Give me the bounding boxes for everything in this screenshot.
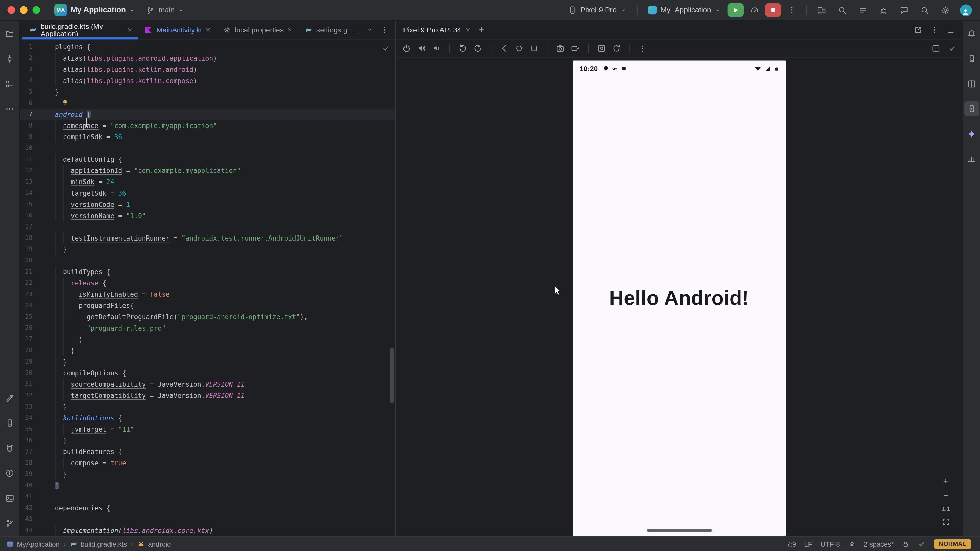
toolwindow-device-explorer-button[interactable]: [964, 51, 979, 66]
code-line-10[interactable]: 10: [20, 142, 395, 154]
device-display-area[interactable]: 10:20 Hello Android! + − 1:1: [396, 58, 963, 536]
code-line-24[interactable]: 24proguardFiles(: [20, 300, 395, 311]
toolwindow-problems-button[interactable]: [2, 465, 18, 480]
volume-down-icon[interactable]: [432, 44, 441, 53]
close-tab-icon[interactable]: ×: [287, 25, 292, 34]
tab-options-icon[interactable]: [380, 25, 389, 34]
inspections-ok-icon[interactable]: [382, 44, 390, 52]
editor-tab[interactable]: local.properties×: [217, 21, 298, 39]
code-line-30[interactable]: 30compileOptions {: [20, 367, 395, 379]
code-line-6[interactable]: 6: [20, 97, 395, 109]
code-line-12[interactable]: 12applicationId = "com.example.myapplica…: [20, 165, 395, 176]
minimize-window-button[interactable]: [20, 6, 27, 14]
run-button[interactable]: [728, 3, 744, 17]
breadcrumb-MyApplication[interactable]: MyApplication: [6, 540, 59, 548]
toolwindow-structure-button[interactable]: [2, 76, 18, 91]
toolwindow-logcat-button[interactable]: [2, 441, 18, 456]
device-mirroring-icon[interactable]: [813, 3, 829, 17]
editor-tab[interactable]: settings.g…: [298, 21, 361, 39]
settings-icon[interactable]: [937, 3, 953, 17]
ai-chat-icon[interactable]: [896, 3, 912, 17]
open-new-window-icon[interactable]: [914, 25, 922, 34]
code-line-25[interactable]: 25getDefaultProguardFile("proguard-andro…: [20, 311, 395, 322]
todo-list-icon[interactable]: [854, 3, 871, 17]
code-line-2[interactable]: 2alias(libs.plugins.android.application): [20, 52, 395, 64]
code-editor[interactable]: 1plugins {2alias(libs.plugins.android.ap…: [20, 39, 395, 536]
zoom-in-button[interactable]: +: [943, 477, 948, 486]
toolwindow-version-control-button[interactable]: [2, 515, 18, 530]
navigation-handle[interactable]: [646, 529, 711, 532]
screenshot-icon[interactable]: [555, 44, 565, 53]
code-line-18[interactable]: 18testInstrumentationRunner = "androidx.…: [20, 232, 395, 244]
code-line-32[interactable]: 32targetCompatibility = JavaVersion.VERS…: [20, 390, 395, 401]
close-tab-icon[interactable]: ×: [127, 25, 132, 34]
device-tab[interactable]: Pixel 9 Pro API 34 ×: [403, 25, 470, 34]
search-actions-icon[interactable]: [834, 3, 850, 17]
code-line-23[interactable]: 23isMinifyEnabled = false: [20, 289, 395, 300]
code-line-38[interactable]: 38compose = true: [20, 457, 395, 468]
editor-scrollbar-thumb[interactable]: [390, 348, 394, 403]
zoom-out-button[interactable]: −: [943, 491, 948, 500]
toolwindow-commit-button[interactable]: [2, 51, 18, 66]
intention-bulb-icon[interactable]: [61, 98, 68, 109]
power-icon[interactable]: [402, 44, 411, 53]
code-line-9[interactable]: 9compileSdk = 36: [20, 131, 395, 142]
toolwindow-build-button[interactable]: [2, 391, 18, 406]
stop-button[interactable]: [765, 3, 781, 17]
toolwindow-more-tool-windows-button[interactable]: [2, 101, 18, 116]
inspections-widget-icon[interactable]: [918, 540, 926, 548]
hidden-tabs-icon[interactable]: [367, 27, 372, 32]
add-device-tab-icon[interactable]: [478, 25, 486, 34]
overview-icon[interactable]: [529, 44, 539, 53]
code-line-22[interactable]: 22release {: [20, 277, 395, 289]
fit-screen-button[interactable]: [942, 518, 950, 526]
more-options-icon[interactable]: [638, 44, 647, 53]
code-line-26[interactable]: 26"proguard-rules.pro": [20, 322, 395, 333]
bug-report-icon[interactable]: [875, 3, 891, 17]
rotate-left-icon[interactable]: [458, 44, 468, 53]
code-line-8[interactable]: 8namespace = "com.example.myapplication": [20, 120, 395, 131]
rotate-right-icon[interactable]: [473, 44, 483, 53]
code-line-15[interactable]: 15versionCode = 1: [20, 199, 395, 210]
code-line-19[interactable]: 19}: [20, 244, 395, 255]
code-line-41[interactable]: 41: [20, 491, 395, 502]
home-icon[interactable]: [514, 44, 524, 53]
toolwindow-gemini-button[interactable]: [964, 126, 979, 141]
search-everywhere-icon[interactable]: [916, 3, 932, 17]
toolwindow-running-devices-button[interactable]: [964, 101, 979, 116]
volume-up-icon[interactable]: [417, 44, 426, 53]
code-line-29[interactable]: 29}: [20, 356, 395, 367]
lock-icon[interactable]: [902, 540, 909, 548]
snapshot-icon[interactable]: [597, 44, 606, 53]
caret-position-widget[interactable]: 7:9: [787, 540, 796, 548]
device-selector[interactable]: Pixel 9 Pro: [563, 4, 630, 16]
code-line-7[interactable]: 7android {: [20, 109, 395, 120]
code-line-5[interactable]: 5}: [20, 86, 395, 97]
code-line-42[interactable]: 42dependencies {: [20, 502, 395, 513]
code-line-37[interactable]: 37buildFeatures {: [20, 446, 395, 457]
paw-icon[interactable]: [848, 540, 856, 548]
code-line-1[interactable]: 1plugins {: [20, 41, 395, 52]
run-configuration-selector[interactable]: My_Application: [644, 4, 725, 16]
code-line-39[interactable]: 39}: [20, 468, 395, 480]
breadcrumb-android[interactable]: android: [137, 540, 171, 548]
split-view-icon[interactable]: [931, 44, 941, 53]
more-run-actions-button[interactable]: [784, 3, 800, 17]
project-selector[interactable]: MA My Application: [50, 2, 140, 18]
code-line-28[interactable]: 28}: [20, 345, 395, 356]
editor-tab[interactable]: build.gradle.kts (My Application)×: [22, 21, 138, 39]
connected-check-icon[interactable]: [948, 44, 956, 52]
code-line-4[interactable]: 4alias(libs.plugins.kotlin.compose): [20, 75, 395, 86]
profile-icon[interactable]: [958, 3, 974, 17]
profiler-button[interactable]: [746, 3, 762, 17]
code-line-11[interactable]: 11defaultConfig {: [20, 154, 395, 165]
close-tab-icon[interactable]: ×: [466, 25, 470, 34]
close-tab-icon[interactable]: ×: [206, 25, 210, 34]
vim-mode-badge[interactable]: NORMAL: [934, 539, 971, 549]
code-line-35[interactable]: 35jvmTarget = "11": [20, 424, 395, 435]
branch-selector[interactable]: main: [142, 4, 188, 16]
more-options-icon[interactable]: [930, 25, 939, 34]
code-line-36[interactable]: 36}: [20, 435, 395, 446]
editor-tab[interactable]: MainActivity.kt×: [138, 21, 217, 39]
toolwindow-notifications-button[interactable]: [964, 26, 979, 41]
